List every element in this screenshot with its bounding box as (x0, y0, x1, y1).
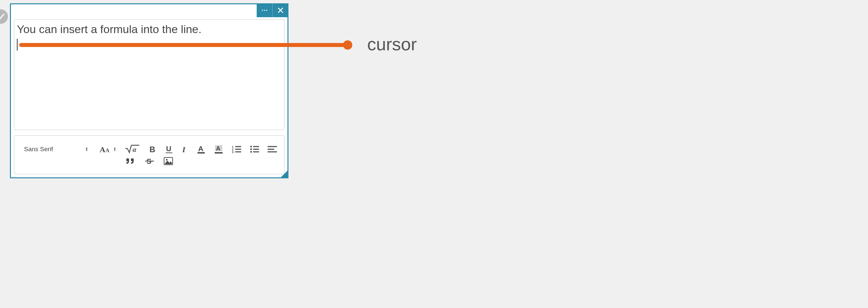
titlebar (257, 3, 288, 17)
svg-point-23 (250, 151, 252, 153)
check-icon (0, 12, 5, 21)
formatting-toolbar: Sans Serif A A α B (14, 135, 284, 174)
svg-point-0 (262, 9, 263, 11)
font-family-picker[interactable]: Sans Serif (22, 144, 91, 154)
svg-point-2 (266, 9, 267, 11)
italic-button[interactable]: I (182, 145, 188, 154)
svg-point-22 (250, 149, 252, 150)
ordered-list-icon: 1 2 3 (232, 145, 241, 153)
insert-image-button[interactable] (164, 157, 173, 165)
highlight-color-button[interactable]: A (214, 145, 223, 154)
align-icon (268, 145, 277, 153)
close-button[interactable] (273, 3, 288, 17)
text-cursor (17, 39, 18, 51)
formula-icon: α (125, 145, 140, 154)
svg-point-21 (250, 146, 252, 148)
svg-text:A: A (99, 145, 105, 154)
toolbar-row-2: S (14, 157, 284, 165)
font-size-icon: A A (99, 145, 111, 154)
text-color-icon: A (197, 145, 206, 154)
more-options-button[interactable] (257, 3, 273, 17)
font-size-button[interactable]: A A (99, 145, 117, 154)
svg-text:3: 3 (232, 151, 234, 153)
bold-button[interactable]: B (149, 145, 156, 154)
quote-icon (125, 157, 135, 165)
ellipsis-icon (261, 7, 268, 14)
ordered-list-button[interactable]: 1 2 3 (232, 145, 241, 153)
strikethrough-icon: S (145, 157, 154, 165)
svg-text:B: B (150, 145, 155, 154)
toolbar-row-1: Sans Serif A A α B (14, 144, 284, 154)
bold-icon: B (149, 145, 156, 154)
svg-text:A: A (198, 145, 204, 153)
rich-text-editor-window: You can insert a formula into the line. … (10, 3, 288, 178)
highlight-icon: A (214, 145, 223, 154)
close-icon (277, 7, 284, 14)
unordered-list-icon (250, 145, 259, 153)
svg-rect-11 (197, 152, 205, 154)
svg-text:U: U (166, 145, 172, 153)
text-color-button[interactable]: A (197, 145, 206, 154)
svg-text:I: I (182, 145, 186, 154)
annotation-pointer-line (19, 43, 352, 47)
underline-icon: U (165, 145, 173, 154)
svg-text:A: A (216, 145, 220, 152)
annotation-label: cursor (367, 34, 417, 54)
strikethrough-button[interactable]: S (145, 157, 154, 165)
svg-point-33 (166, 159, 168, 161)
resize-handle[interactable] (280, 170, 288, 178)
image-icon (164, 157, 173, 165)
chevron-sort-icon (114, 147, 117, 152)
underline-button[interactable]: U (165, 145, 173, 154)
alignment-button[interactable] (268, 145, 277, 153)
svg-text:A: A (105, 148, 110, 153)
svg-point-1 (264, 9, 265, 11)
italic-icon: I (182, 145, 188, 154)
svg-rect-14 (215, 152, 223, 154)
blockquote-button[interactable] (125, 157, 135, 165)
confirm-check-badge[interactable] (0, 9, 8, 24)
insert-formula-button[interactable]: α (125, 145, 140, 154)
svg-text:α: α (133, 146, 136, 153)
editor-content-area[interactable]: You can insert a formula into the line. (14, 20, 284, 130)
font-family-label: Sans Serif (24, 146, 53, 153)
chevron-sort-icon (85, 147, 88, 152)
editor-text-line: You can insert a formula into the line. (17, 22, 281, 37)
unordered-list-button[interactable] (250, 145, 259, 153)
